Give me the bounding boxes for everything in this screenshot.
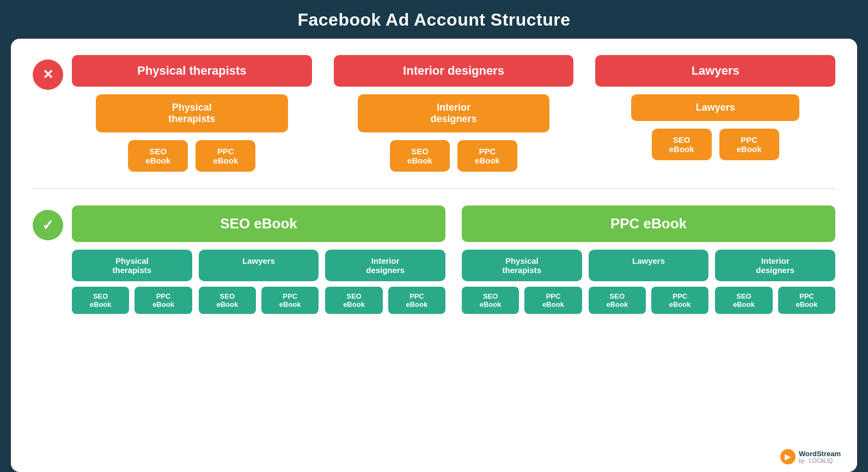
teal-ads-lawyers-1: SEOeBook PPCeBook [199,287,319,314]
ppc-adset-physical: Physicaltherapists SEOeBook PPCeBook [462,250,582,314]
campaign-ppc-ebook: PPC eBook [462,205,835,242]
ts-seo-5: SEOeBook [589,287,646,314]
wrong-section: ✕ Physical therapists Physicaltherapists… [33,55,835,172]
teal-lawyers-2: Lawyers [589,250,709,281]
correct-col-seo: SEO eBook Physicaltherapists SEOeBook PP… [72,205,445,314]
wrong-col-1: Physical therapists Physicaltherapists S… [72,55,312,172]
ts-ppc-6: PPCeBook [778,287,835,314]
ts-seo-2: SEOeBook [199,287,256,314]
campaign-seo-ebook: SEO eBook [72,205,445,242]
ts-ppc-3: PPCeBook [388,287,445,314]
wordstream-logo: ▶ WordStream by · LOCALIQ [780,449,841,464]
teal-ads-physical-1: SEOeBook PPCeBook [72,287,192,314]
correct-section: ✓ SEO eBook Physicaltherapists SEOeBook … [33,205,835,314]
campaign-lawyers: Lawyers [595,55,835,87]
ppc-adset-lawyers: Lawyers SEOeBook PPCeBook [589,250,709,314]
ts-ppc-2: PPCeBook [261,287,319,314]
campaign-physical: Physical therapists [72,55,312,87]
teal-lawyers-1: Lawyers [199,250,319,281]
teal-interior-1: Interiordesigners [325,250,445,281]
teal-physical-1: Physicaltherapists [72,250,192,281]
teal-ads-physical-2: SEOeBook PPCeBook [462,287,582,314]
ts-seo-3: SEOeBook [325,287,382,314]
ts-ppc-5: PPCeBook [651,287,708,314]
seo-adset-interior: Interiordesigners SEOeBook PPCeBook [325,250,445,314]
teal-ads-interior-2: SEOeBook PPCeBook [715,287,835,314]
main-card: ✕ Physical therapists Physicaltherapists… [11,39,857,472]
page-container: Facebook Ad Account Structure ✕ Physical… [0,0,868,472]
ad-ppc-2: PPCeBook [457,140,517,172]
teal-ads-lawyers-2: SEOeBook PPCeBook [589,287,709,314]
teal-physical-2: Physicaltherapists [462,250,582,281]
ws-icon: ▶ [780,449,796,464]
ts-ppc-4: PPCeBook [524,287,582,314]
ppc-adsets-row: Physicaltherapists SEOeBook PPCeBook Law… [462,250,835,314]
ad-seo-1: SEOeBook [128,140,188,172]
title-bar: Facebook Ad Account Structure [0,0,868,39]
teal-interior-2: Interiordesigners [715,250,835,281]
ts-seo-6: SEOeBook [715,287,772,314]
campaign-interior: Interior designers [334,55,574,87]
ads-interior: SEOeBook PPCeBook [390,140,517,172]
wrong-icon: ✕ [33,59,63,90]
ppc-adset-interior: Interiordesigners SEOeBook PPCeBook [715,250,835,314]
ts-ppc-1: PPCeBook [135,287,192,314]
ws-sub: by · LOCALIQ [799,458,841,464]
correct-icon: ✓ [33,210,63,240]
ts-seo-1: SEOeBook [72,287,129,314]
adset-lawyers: Lawyers [631,94,799,121]
seo-adsets-row: Physicaltherapists SEOeBook PPCeBook Law… [72,250,445,314]
ws-text-block: WordStream by · LOCALIQ [799,450,841,464]
ws-name: WordStream [799,450,841,458]
ad-seo-2: SEOeBook [390,140,450,172]
ts-seo-4: SEOeBook [462,287,519,314]
wrong-col-2: Interior designers Interiordesigners SEO… [334,55,574,172]
page-title: Facebook Ad Account Structure [0,10,868,30]
ad-ppc-1: PPCeBook [195,140,255,172]
teal-ads-interior-1: SEOeBook PPCeBook [325,287,445,314]
seo-adset-physical: Physicaltherapists SEOeBook PPCeBook [72,250,192,314]
ad-seo-3: SEOeBook [652,129,712,160]
adset-physical: Physicaltherapists [96,94,288,132]
section-divider [33,188,835,189]
wrong-col-3: Lawyers Lawyers SEOeBook PPCeBook [595,55,835,172]
adset-interior: Interiordesigners [358,94,550,132]
seo-adset-lawyers: Lawyers SEOeBook PPCeBook [199,250,319,314]
ads-physical: SEOeBook PPCeBook [128,140,255,172]
correct-columns: SEO eBook Physicaltherapists SEOeBook PP… [72,205,835,314]
correct-col-ppc: PPC eBook Physicaltherapists SEOeBook PP… [462,205,835,314]
ad-ppc-3: PPCeBook [719,129,779,160]
ads-lawyers: SEOeBook PPCeBook [652,129,779,160]
wrong-columns: Physical therapists Physicaltherapists S… [72,55,835,172]
